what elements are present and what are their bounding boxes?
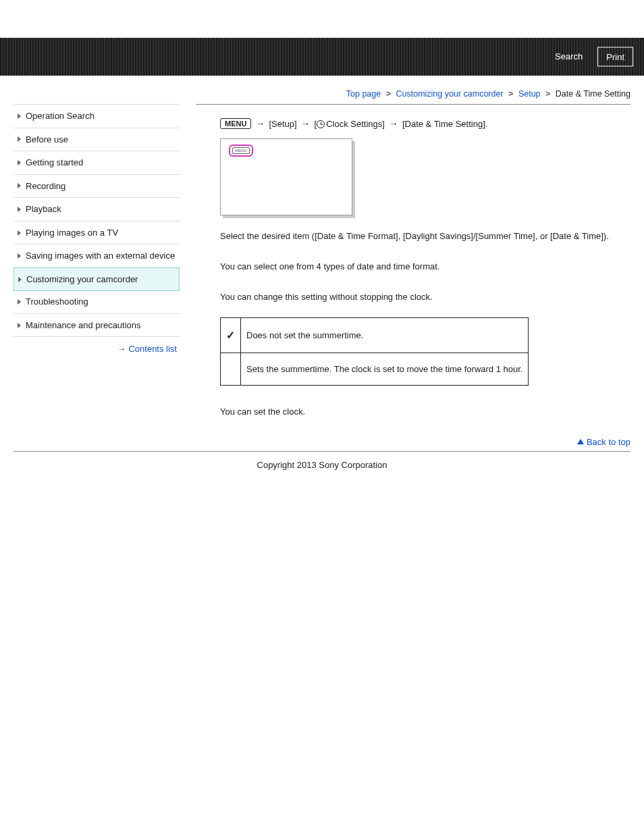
sidebar-item[interactable]: Saving images with an external device <box>14 244 180 268</box>
sidebar-item[interactable]: Playback <box>14 198 180 221</box>
breadcrumb: Top page > Customizing your camcorder > … <box>0 76 644 104</box>
menu-highlight: MENU <box>229 145 253 157</box>
select-desired-text: Select the desired item ([Date & Time Fo… <box>220 230 630 243</box>
arrow-right-icon: → <box>117 344 126 354</box>
breadcrumb-link-customizing[interactable]: Customizing your camcorder <box>396 89 504 99</box>
screen-illustration: MENU <box>220 138 352 215</box>
arrow-icon: → <box>301 118 311 129</box>
sidebar-item[interactable]: Operation Search <box>14 105 180 128</box>
path-target: [Date & Time Setting]. <box>402 119 487 129</box>
option-on-text: Sets the summertime. The clock is set to… <box>241 353 529 385</box>
option-off-text: Does not set the summertime. <box>241 317 529 353</box>
sidebar-item[interactable]: Recording <box>14 175 180 199</box>
sidebar-item[interactable]: Troubleshooting <box>14 290 180 314</box>
copyright-text: Copyright 2013 Sony Corporation <box>0 453 644 497</box>
menu-path: MENU → [Setup] → [Clock Settings] → [Dat… <box>220 118 630 129</box>
arrow-icon: → <box>389 118 398 129</box>
sidebar-item[interactable]: Customizing your camcorder <box>14 267 180 292</box>
triangle-up-icon <box>577 439 584 444</box>
sidebar-item[interactable]: Before use <box>14 128 180 152</box>
table-row: ✓ Does not set the summertime. <box>221 317 529 353</box>
breadcrumb-link-top[interactable]: Top page <box>346 89 381 99</box>
summertime-table: ✓ Does not set the summertime. Sets the … <box>220 317 529 386</box>
main-content: MENU → [Setup] → [Clock Settings] → [Dat… <box>196 104 630 432</box>
search-button[interactable]: Search <box>547 47 591 67</box>
path-setup: [Setup] <box>269 119 296 129</box>
top-bar: Search Print <box>0 38 644 76</box>
arrow-icon: → <box>255 118 265 129</box>
table-row: Sets the summertime. The clock is set to… <box>221 353 529 385</box>
summer-intro-text: You can change this setting without stop… <box>220 291 630 304</box>
print-button[interactable]: Print <box>597 47 633 67</box>
clock-icon <box>317 120 325 128</box>
sidebar-item[interactable]: Getting started <box>14 151 180 175</box>
format-note-text: You can select one from 4 types of date … <box>220 261 630 273</box>
sidebar-item[interactable]: Maintenance and precautions <box>14 314 180 338</box>
breadcrumb-link-setup[interactable]: Setup <box>518 89 541 99</box>
sidebar: Operation SearchBefore useGetting starte… <box>14 104 180 432</box>
sidebar-item[interactable]: Playing images on a TV <box>14 221 180 245</box>
back-to-top-link[interactable]: Back to top <box>0 432 644 450</box>
clock-note-text: You can set the clock. <box>220 406 630 419</box>
breadcrumb-current: Date & Time Setting <box>556 89 630 99</box>
menu-badge-icon: MENU <box>220 118 251 129</box>
mini-menu-label: MENU <box>232 147 250 154</box>
checkmark-icon: ✓ <box>221 317 241 353</box>
path-clock: [Clock Settings] <box>315 119 385 129</box>
contents-list-link[interactable]: →Contents list <box>14 337 180 354</box>
